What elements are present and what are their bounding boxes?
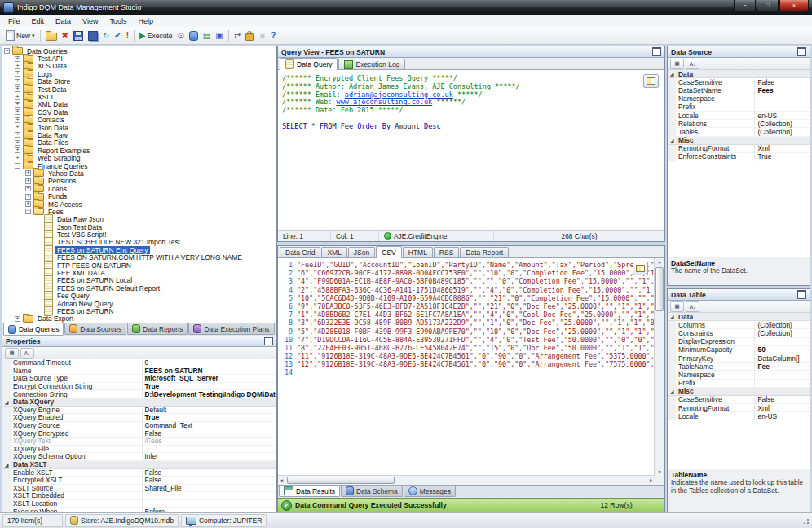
- scroll-down-icon[interactable]: ▼: [655, 470, 664, 474]
- categorized-view-icon[interactable]: ▦: [670, 59, 684, 69]
- expand-icon[interactable]: +: [15, 109, 20, 115]
- tree-item[interactable]: +MS Access: [2, 200, 276, 208]
- property-row[interactable]: DisplayExpression: [668, 338, 810, 346]
- tree-item[interactable]: −Finance Queries: [2, 162, 276, 169]
- refresh-button[interactable]: ↻: [100, 28, 112, 44]
- save-button[interactable]: [71, 28, 86, 44]
- property-row[interactable]: Namespace: [668, 95, 810, 103]
- expand-icon[interactable]: +: [25, 186, 31, 191]
- tab-data-execution-plans[interactable]: Data Execution Plans: [188, 323, 274, 335]
- expand-icon[interactable]: +: [15, 316, 20, 322]
- property-category-row[interactable]: ◢Data: [668, 313, 810, 321]
- menu-item-data[interactable]: Data: [50, 15, 77, 26]
- tab-execution-log[interactable]: Execution Log: [338, 59, 405, 69]
- tab-data-reports[interactable]: Data Reports: [127, 323, 188, 335]
- tab-data-query[interactable]: Data Query: [280, 58, 338, 70]
- data-source-window-icon[interactable]: [797, 47, 806, 56]
- tree-item[interactable]: +CSV Data: [2, 108, 276, 116]
- properties-window-icon[interactable]: [264, 337, 273, 345]
- tree-item[interactable]: Fee Query: [2, 293, 276, 300]
- tab-data-schema[interactable]: Data Schema: [341, 486, 403, 497]
- menu-item-help[interactable]: Help: [132, 15, 159, 26]
- hyperlink[interactable]: adrian@ajeconsulting.co.uk: [345, 90, 453, 99]
- categorized-view-icon[interactable]: ▦: [5, 348, 19, 359]
- tree-item[interactable]: +Pensions: [2, 178, 276, 185]
- tab-data-sources[interactable]: Data Sources: [64, 323, 126, 335]
- collapse-icon[interactable]: −: [25, 209, 31, 214]
- categorized-view-icon[interactable]: ▦: [670, 301, 684, 312]
- property-row[interactable]: PrimaryKeyDataColumn[]: [668, 354, 810, 363]
- close-button[interactable]: ×: [779, 0, 809, 11]
- property-row[interactable]: EnforceConstraintsTrue: [668, 153, 810, 161]
- validate-button[interactable]: ✔: [112, 28, 123, 44]
- alert-button[interactable]: !: [124, 28, 131, 44]
- tree-item[interactable]: +Funds: [2, 192, 276, 200]
- tree-item[interactable]: +Contacts: [2, 117, 276, 124]
- property-row[interactable]: Prefix: [668, 103, 810, 112]
- scroll-left-icon[interactable]: ◀: [280, 478, 283, 482]
- tree-item[interactable]: +Report Examples: [2, 147, 276, 154]
- maximize-button[interactable]: □: [757, 0, 779, 11]
- tab-data-report[interactable]: Data Report: [460, 247, 509, 257]
- property-row[interactable]: Namespace: [668, 371, 810, 379]
- menu-item-tools[interactable]: Tools: [104, 15, 132, 26]
- hyperlink[interactable]: www.ajeconsulting.co.uk: [337, 98, 433, 106]
- expand-icon[interactable]: +: [15, 102, 20, 108]
- property-row[interactable]: DataSetNameFees: [668, 86, 810, 95]
- tree-item[interactable]: +Data Export: [2, 315, 276, 323]
- collapse-icon[interactable]: −: [15, 163, 20, 169]
- tab-messages[interactable]: Messages: [404, 486, 456, 497]
- tab-data-grid[interactable]: Data Grid: [280, 247, 320, 257]
- property-row[interactable]: Columns(Collection): [668, 321, 810, 329]
- results-options-icon[interactable]: [633, 262, 648, 275]
- csv-output[interactable]: 1"FeeID","GUID","AccountID","LoanID","Pa…: [278, 258, 664, 485]
- tab-data-queries[interactable]: Data Queries: [3, 323, 64, 336]
- expand-icon[interactable]: +: [15, 140, 20, 146]
- expand-icon[interactable]: +: [15, 147, 20, 153]
- property-row[interactable]: CaseSensitiveFalse: [668, 78, 810, 86]
- query-view-window-icon[interactable]: [652, 47, 661, 56]
- horizontal-scroll-thumb[interactable]: [287, 477, 395, 484]
- menu-item-view[interactable]: View: [77, 15, 104, 26]
- new-button[interactable]: New▾: [3, 28, 38, 44]
- data-store-button[interactable]: [187, 28, 201, 44]
- tree-item[interactable]: +XLS Data: [2, 63, 276, 70]
- settings-button[interactable]: ☼: [256, 28, 268, 44]
- tree-item[interactable]: −Data Queries: [2, 47, 276, 55]
- expand-icon[interactable]: +: [15, 117, 20, 123]
- help-button[interactable]: ?: [268, 28, 278, 44]
- expand-icon[interactable]: +: [15, 56, 20, 62]
- expand-icon[interactable]: +: [15, 64, 20, 69]
- tree-item[interactable]: Data Raw Json: [2, 216, 276, 223]
- property-row[interactable]: RemotingFormatXml: [668, 404, 810, 412]
- tree-item[interactable]: +Data Raw: [2, 131, 276, 139]
- property-category-row[interactable]: ◢Misc: [668, 388, 810, 396]
- property-category-row[interactable]: ◢Data: [668, 70, 810, 78]
- expand-icon[interactable]: +: [15, 71, 20, 77]
- tree-item[interactable]: +Data Store: [2, 78, 276, 86]
- property-row[interactable]: CaseSensitiveFalse: [668, 396, 810, 404]
- scroll-up-icon[interactable]: ▲: [655, 260, 664, 264]
- tab-json[interactable]: JSon: [348, 247, 375, 257]
- tree-item[interactable]: TEST SCHEDULE NEW 321 Import Test: [2, 239, 276, 246]
- property-row[interactable]: Localeen-US: [668, 412, 810, 420]
- schedule-button[interactable]: ⊙: [174, 28, 186, 44]
- tab-csv[interactable]: CSV: [376, 246, 401, 258]
- property-row[interactable]: RemotingFormatXml: [668, 145, 810, 153]
- save-all-button[interactable]: [86, 28, 100, 44]
- expand-icon[interactable]: +: [25, 170, 31, 176]
- expand-icon[interactable]: +: [15, 79, 20, 85]
- tab-data-results[interactable]: Data Results: [279, 486, 340, 497]
- expand-icon[interactable]: +: [15, 132, 20, 138]
- data-table-window-icon[interactable]: [797, 290, 806, 299]
- tree-item[interactable]: FEES ON SATURN.COM HTTP WITH A VERY LONG…: [2, 254, 276, 262]
- open-button[interactable]: [43, 28, 60, 44]
- tree-item[interactable]: +Data Files: [2, 139, 276, 147]
- tree-item[interactable]: +Web Scraping: [2, 154, 276, 161]
- property-row[interactable]: Prefix: [668, 380, 810, 388]
- window-button[interactable]: ▣: [213, 28, 225, 44]
- tree-item[interactable]: +Yahoo Data: [2, 169, 276, 177]
- property-row[interactable]: Relations(Collection): [668, 120, 810, 128]
- property-row[interactable]: TableNameFee: [668, 363, 810, 371]
- vertical-scrollbar[interactable]: ▲ ▼: [654, 258, 664, 476]
